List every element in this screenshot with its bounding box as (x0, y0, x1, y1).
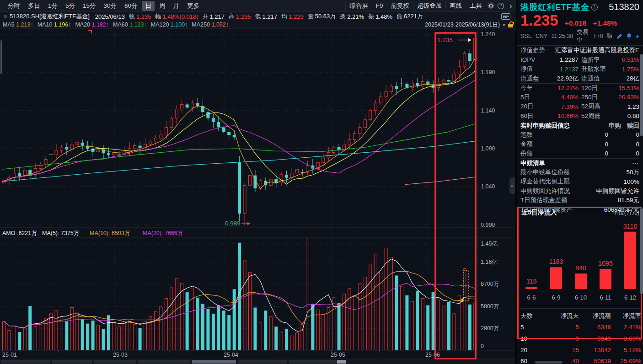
tab-周[interactable]: 周 (156, 1, 169, 11)
unlock-icon[interactable] (508, 24, 513, 27)
chart-hscroll-thumb[interactable] (192, 360, 236, 364)
stat-label: 52周高 (581, 102, 600, 111)
tab-多日[interactable]: 多日 (25, 1, 43, 11)
stat-half: 5日4.40% (520, 93, 579, 102)
panel-scrollbar-thumb-bottom[interactable] (640, 208, 643, 294)
ma-item: MA20 1.182↑ (75, 21, 109, 28)
svg-text:840: 840 (575, 264, 586, 272)
ma-label: MA20 (75, 21, 91, 28)
flow-col-header: 净流率 (611, 312, 641, 320)
tab-1分[interactable]: 1分 (45, 1, 61, 11)
quote-field-value: 1.48% (375, 13, 392, 20)
stat-half: 溢折率0.51% (581, 56, 639, 64)
svg-text:25-06: 25-06 (425, 352, 440, 358)
panel-scrollbar-thumb-top[interactable] (640, 54, 643, 136)
tab-日[interactable]: 日 (142, 1, 155, 11)
quote-field-label: 换 (340, 12, 346, 21)
flow-net-days: 5 (541, 324, 579, 331)
tplus-badge: T+0 (593, 33, 603, 39)
nav-trend-label[interactable]: 净值走势 (520, 46, 545, 54)
svg-text:25-01: 25-01 (2, 352, 17, 358)
stat-half: 今年12.27% (520, 84, 579, 92)
tab-15分[interactable]: 15分 (80, 1, 99, 11)
last-price: 1.235 (520, 13, 558, 28)
stat-label: 流通盘 (520, 75, 539, 83)
toolbar-button-工具[interactable]: 工具 (466, 1, 486, 11)
bell-icon[interactable] (627, 33, 632, 39)
help-icon[interactable]: ? (496, 2, 506, 10)
quote-field-value: 1.235 (236, 13, 251, 20)
panel-row: 60日10.66%52周低0.88 (520, 112, 639, 121)
symbol-label[interactable]: 513820.SH[港股红利ETF基金] (10, 12, 90, 21)
flow-net-rate: 2.41% (611, 324, 641, 331)
tab-月[interactable]: 月 (170, 1, 183, 11)
panel-hscrollbar[interactable] (535, 361, 563, 364)
stat-label: 5日 (520, 93, 530, 102)
stat-label: IOPV (520, 56, 535, 63)
toolbar-button-超级叠加[interactable]: 超级叠加 (413, 1, 445, 11)
panel-row: 净值1.2137升贴水率1.75% (520, 64, 639, 74)
stat-label: 250日 (581, 93, 598, 102)
stat-value: 28亿 (626, 75, 639, 83)
tab-分时[interactable]: 分时 (5, 1, 23, 11)
add-icon[interactable]: + (635, 32, 639, 40)
panel-row: 5日4.40%250日20.93% (520, 93, 639, 102)
stat-value: 1.2287 (560, 56, 579, 63)
date-range-selector[interactable]: 2025/01/23-2025/06/13(91日) ▼ (425, 21, 516, 29)
flow-net-amount: 6346 (579, 324, 611, 331)
quote-field-label: 均 (281, 12, 287, 21)
svg-text:6-6: 6-6 (527, 294, 536, 301)
svg-text:2900万: 2900万 (481, 325, 499, 332)
right-quote-panel: 港股红利ETF基金 ! 513820 1.235 +0.018 +1.48% S… (516, 0, 643, 364)
quote-field-label: 收 (129, 12, 135, 21)
tab-30分[interactable]: 30分 (101, 1, 120, 11)
svg-text:1.240: 1.240 (481, 31, 495, 37)
stat-value: 4.40% (561, 94, 579, 101)
toolbar-button-F9[interactable]: F9 (372, 1, 387, 10)
date-range-label: 2025/01/23-2025/06/13(91日) (425, 21, 500, 29)
ma-label: MA5 (3, 21, 16, 28)
pencil-icon[interactable] (617, 34, 622, 39)
stat-value: 12.27% (557, 85, 579, 91)
stat-label: 流通值 (581, 75, 600, 83)
svg-text:1.190: 1.190 (481, 69, 495, 75)
more-icon[interactable]: ⋯ (632, 160, 640, 167)
flow-net-rate: 3.60% (611, 335, 641, 342)
panel-collapse-handle[interactable]: » (509, 177, 515, 194)
list-row-value: 100% (623, 178, 639, 185)
flow-net-rate: 25.09% (611, 358, 641, 364)
svg-text:0.990: 0.990 (481, 222, 495, 228)
kline-chart-svg[interactable]: 1.2401.1901.1401.0901.0400.9901.45亿1.16亿… (0, 28, 516, 364)
flow-net-amount: 13042 (579, 347, 611, 353)
chevron-right-icon[interactable]: › (506, 2, 516, 10)
quote-time: 11:25:38 (551, 33, 573, 39)
flow-net-days: 9 (541, 335, 579, 342)
kline-chart-area[interactable]: 1.2401.1901.1401.0901.0400.9901.45亿1.16亿… (0, 28, 516, 364)
tab-60分[interactable]: 60分 (121, 1, 141, 11)
stat-half: 60日10.66% (520, 112, 579, 120)
stat-value: 0.88 (627, 112, 639, 119)
ma-value: 1.123↑ (129, 21, 147, 28)
gear-icon[interactable] (486, 2, 496, 10)
svg-text:近5日净流入: 近5日净流入 (521, 209, 557, 216)
flow-net-rate: 5.18% (611, 347, 641, 353)
toolbar-button-综合屏[interactable]: 综合屏 (345, 1, 372, 11)
info-icon[interactable]: ! (591, 4, 598, 11)
fund-full-name: 汇添富中证港股通高股息投资E (555, 46, 639, 54)
quote-info-bar: 513820.SH[港股红利ETF基金] 2025/06/13 收1.235幅1… (0, 12, 516, 21)
tab-5分[interactable]: 5分 (62, 1, 78, 11)
svg-text:1.235: 1.235 (437, 37, 453, 43)
list-row-value: 81.59元 (618, 196, 639, 204)
tab-更多[interactable]: 更多 (184, 1, 203, 11)
toolbar-button-前复权[interactable]: 前复权 (387, 1, 413, 11)
wp-tool-icon[interactable]: WP (501, 13, 510, 20)
price-change-pct: +1.48% (593, 19, 617, 27)
list-row-value: 50万 (626, 168, 639, 177)
panel-row: 金额00 (520, 139, 639, 149)
panel-row: 流通盘22.92亿流通值28亿 (520, 74, 639, 84)
flow-table-row: 10993493.60% (520, 333, 641, 344)
quote-field-value: 6221万 (404, 12, 423, 21)
svg-text:单位(万元): 单位(万元) (613, 209, 639, 216)
svg-text:1183: 1183 (549, 258, 563, 265)
toolbar-button-画线[interactable]: 画线 (445, 1, 466, 11)
